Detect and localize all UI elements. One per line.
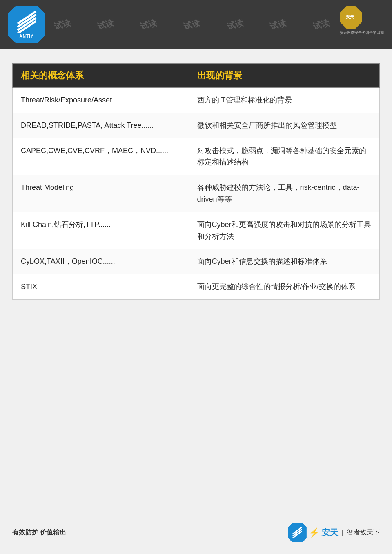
header: ANTIY 试读 试读 试读 试读 试读 试读 试读 安天 安天网络安全冬训营第…	[0, 0, 392, 49]
watermark-4: 试读	[183, 17, 201, 32]
footer-brand-text: 安天	[322, 527, 338, 538]
cell-left-4: Kill Chain,钻石分析,TTP......	[13, 212, 189, 249]
table-row: Threat/Risk/Exposure/Asset......西方的IT管理和…	[13, 88, 380, 113]
main-area: 试读 试读 试读 试读 试读 试读 试读 试读 试读 试读 试读 试读 试读 试…	[12, 63, 380, 300]
footer-logo-svg	[292, 527, 303, 538]
logo: ANTIY	[8, 6, 45, 43]
table-row: STIX面向更完整的综合性的情报分析/作业/交换的体系	[13, 274, 380, 300]
table-row: CybOX,TAXII，OpenIOC......面向Cyber和信息交换的描述…	[13, 249, 380, 274]
logo-icon	[16, 11, 38, 33]
cell-left-6: STIX	[13, 274, 189, 300]
cell-left-5: CybOX,TAXII，OpenIOC......	[13, 249, 189, 274]
cell-right-5: 面向Cyber和信息交换的描述和标准体系	[189, 249, 379, 274]
footer-slogan: 智者敌天下	[347, 528, 380, 537]
svg-text:安天: 安天	[345, 15, 354, 19]
watermark-1: 试读	[53, 17, 72, 32]
footer: 有效防护 价值输出 ⚡ 安天 | 智者敌天下	[12, 523, 380, 542]
watermark-3: 试读	[139, 17, 158, 32]
watermark-7: 试读	[312, 17, 331, 32]
cell-left-0: Threat/Risk/Exposure/Asset......	[13, 88, 189, 113]
cell-right-4: 面向Cyber和更高强度的攻击和对抗的场景的分析工具和分析方法	[189, 212, 379, 249]
footer-logo: ⚡ 安天 | 智者敌天下	[288, 523, 380, 542]
table-row: Kill Chain,钻石分析,TTP......面向Cyber和更高强度的攻击…	[13, 212, 380, 249]
footer-logo-icon	[288, 523, 307, 542]
cell-left-1: DREAD,STRIDE,PASTA, Attack Tree......	[13, 113, 189, 138]
content-table: 相关的概念体系 出现的背景 Threat/Risk/Exposure/Asset…	[12, 63, 380, 300]
watermark-6: 试读	[269, 17, 288, 32]
cell-right-3: 各种威胁建模的方法论，工具，risk-centric，data-driven等等	[189, 175, 379, 212]
col2-header: 出现的背景	[189, 64, 379, 88]
header-right-subtitle: 安天网络安全冬训营第四期	[340, 30, 384, 36]
table-row: Threat Modeling各种威胁建模的方法论，工具，risk-centri…	[13, 175, 380, 212]
cell-right-6: 面向更完整的综合性的情报分析/作业/交换的体系	[189, 274, 379, 300]
header-right-logo-shape: 安天	[340, 6, 362, 29]
table-row: CAPEC,CWE,CVE,CVRF，MAEC，NVD......对攻击模式，脆…	[13, 138, 380, 175]
header-right-area: 安天 安天网络安全冬训营第四期	[340, 6, 384, 36]
footer-logo-text: ⚡	[309, 527, 320, 538]
cell-left-3: Threat Modeling	[13, 175, 189, 212]
col1-header: 相关的概念体系	[13, 64, 189, 88]
footer-left-text: 有效防护 价值输出	[12, 528, 66, 537]
header-watermarks: 试读 试读 试读 试读 试读 试读 试读	[41, 0, 343, 49]
watermark-5: 试读	[226, 17, 245, 32]
cell-left-2: CAPEC,CWE,CVE,CVRF，MAEC，NVD......	[13, 138, 189, 175]
table-row: DREAD,STRIDE,PASTA, Attack Tree......微软和…	[13, 113, 380, 138]
logo-text: ANTIY	[20, 34, 34, 38]
header-right-logo-icon: 安天	[344, 10, 358, 24]
table-header-row: 相关的概念体系 出现的背景	[13, 64, 380, 88]
watermark-2: 试读	[96, 17, 115, 32]
cell-right-0: 西方的IT管理和标准化的背景	[189, 88, 379, 113]
cell-right-2: 对攻击模式，脆弱点，漏洞等各种基础的安全元素的标定和描述结构	[189, 138, 379, 175]
cell-right-1: 微软和相关安全厂商所推出的风险管理模型	[189, 113, 379, 138]
footer-brand-sub: |	[342, 529, 343, 536]
